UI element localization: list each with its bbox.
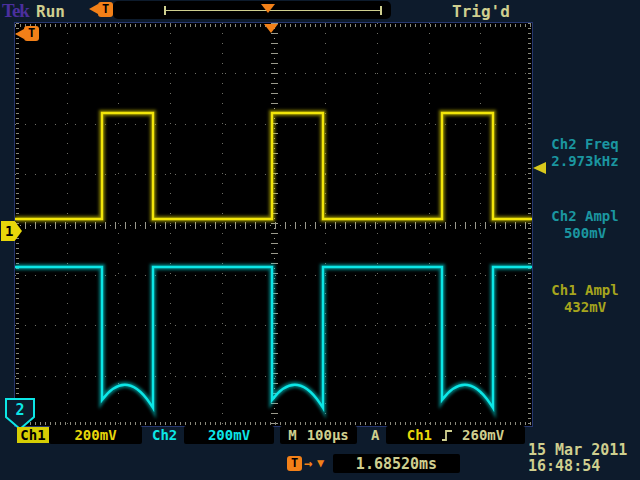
waveform-display bbox=[15, 23, 532, 426]
record-trigger-position-icon bbox=[261, 4, 275, 13]
delay-time-readout: 1.68520ms bbox=[333, 454, 460, 473]
trigger-source: Ch1 bbox=[407, 427, 432, 443]
record-view-bar bbox=[113, 1, 391, 19]
delay-arrow-icon: → bbox=[304, 455, 312, 471]
ch2-channel-label: Ch2 bbox=[152, 427, 177, 443]
measurement-label: Ch2 Freq bbox=[530, 136, 640, 153]
trigger-marker-icon: T bbox=[98, 2, 113, 17]
timebase-label: M bbox=[288, 427, 296, 443]
timebase-readout: M100µs bbox=[280, 426, 357, 444]
ch2-marker-label: 2 bbox=[15, 401, 24, 419]
time-readout: 16:48:54 bbox=[528, 457, 600, 475]
record-right-bracket bbox=[380, 6, 382, 15]
measurement-value: 432mV bbox=[530, 299, 640, 316]
trigger-offscreen-arrow-icon bbox=[89, 4, 98, 14]
ch1-channel-badge: Ch1 bbox=[17, 427, 49, 443]
trigger-time-badge: T bbox=[24, 26, 39, 41]
measurement-label: Ch2 Ampl bbox=[530, 208, 640, 225]
trigger-readout: Ch1 260mV bbox=[386, 426, 525, 444]
trigger-status: Trig'd bbox=[452, 2, 510, 21]
trigger-position-icon bbox=[264, 24, 278, 33]
graticule: T bbox=[14, 22, 533, 427]
ch2-scale-readout: 200mV bbox=[184, 426, 274, 444]
delay-time-value: 1.68520ms bbox=[356, 455, 437, 473]
oscilloscope-screen: Tek Run T Trig'd T 1 2 Ch2 Freq 2 bbox=[0, 0, 640, 480]
measurement-value: 500mV bbox=[530, 225, 640, 242]
measurement-label: Ch1 Ampl bbox=[530, 282, 640, 299]
timebase-value: 100µs bbox=[307, 427, 349, 443]
ch1-scale-readout: 200mV bbox=[49, 426, 142, 444]
delay-triangle-icon: ▼ bbox=[317, 456, 324, 470]
acquisition-status: Run bbox=[36, 2, 65, 21]
rising-edge-icon bbox=[441, 429, 453, 442]
trigger-time-arrow-icon bbox=[15, 29, 24, 39]
ch1-trace-glow bbox=[15, 113, 532, 219]
measurement-ch2-freq: Ch2 Freq 2.973kHz bbox=[530, 136, 640, 170]
measurement-ch2-ampl: Ch2 Ampl 500mV bbox=[530, 208, 640, 242]
tek-logo: Tek bbox=[2, 0, 29, 22]
measurement-value: 2.973kHz bbox=[530, 153, 640, 170]
measurement-ch1-ampl: Ch1 Ampl 432mV bbox=[530, 282, 640, 316]
delay-marker-badge: T bbox=[287, 456, 302, 471]
record-left-bracket bbox=[164, 6, 166, 15]
trigger-mode-label: A bbox=[371, 427, 379, 443]
trigger-level-value: 260mV bbox=[462, 427, 504, 443]
